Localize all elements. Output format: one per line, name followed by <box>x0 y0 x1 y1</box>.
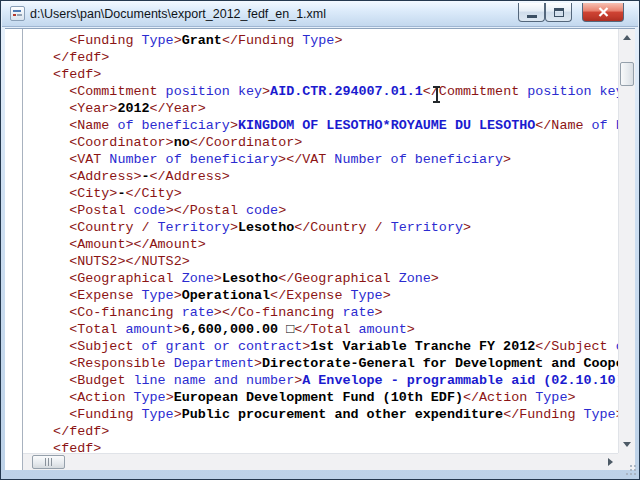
code-line[interactable]: <Country / Territory>Lesotho</Country / … <box>29 219 618 236</box>
window-title: d:\Users\pan\Documents\export_2012_fedf_… <box>30 1 326 27</box>
scroll-right-icon[interactable] <box>608 458 613 466</box>
code-line[interactable]: <City>-</City> <box>29 185 618 202</box>
vertical-scrollbar-thumb[interactable] <box>620 62 634 86</box>
scroll-down-icon[interactable] <box>623 442 631 447</box>
code-line[interactable]: <Total amount>6,600,000.00 □</Total amou… <box>29 321 618 338</box>
horizontal-scrollbar-thumb[interactable] <box>32 455 65 469</box>
code-line[interactable]: <Co-financing rate></Co-financing rate> <box>29 304 618 321</box>
scroll-up-icon[interactable] <box>623 35 631 40</box>
left-margin-gutter <box>5 29 23 470</box>
code-line[interactable]: <VAT Number of beneficiary></VAT Number … <box>29 151 618 168</box>
code-area[interactable]: <Funding Type>Grant</Funding Type> </fed… <box>24 29 618 453</box>
window-titlebar[interactable]: d:\Users\pan\Documents\export_2012_fedf_… <box>2 1 638 27</box>
close-button[interactable] <box>582 3 624 22</box>
minimize-button[interactable] <box>518 3 545 22</box>
thumb-grip-icon <box>45 458 46 466</box>
code-line[interactable]: <Action Type>European Development Fund (… <box>29 389 618 406</box>
code-line[interactable]: <Responsible Department>Directorate-Gene… <box>29 355 618 372</box>
code-line[interactable]: <Budget line name and number>A Envelope … <box>29 372 618 389</box>
minimize-icon <box>527 15 537 18</box>
app-window: d:\Users\pan\Documents\export_2012_fedf_… <box>0 0 640 480</box>
code-line[interactable]: </fedf> <box>29 423 618 440</box>
app-icon <box>10 6 25 21</box>
editor-client-area: <Funding Type>Grant</Funding Type> </fed… <box>5 28 635 470</box>
code-line[interactable]: <Amount></Amount> <box>29 236 618 253</box>
code-line[interactable]: </fedf> <box>29 49 618 66</box>
code-line[interactable]: <Commitment position key>AID.CTR.294007.… <box>29 83 618 100</box>
code-line[interactable]: <Expense Type>Operational</Expense Type> <box>29 287 618 304</box>
code-line[interactable]: <NUTS2></NUTS2> <box>29 253 618 270</box>
code-line[interactable]: <Geographical Zone>Lesotho</Geographical… <box>29 270 618 287</box>
code-line[interactable]: <fedf> <box>29 440 618 453</box>
horizontal-scrollbar[interactable] <box>23 453 618 470</box>
scrollbar-corner <box>618 453 635 470</box>
close-icon <box>598 7 609 17</box>
code-line[interactable]: <fedf> <box>29 66 618 83</box>
code-line[interactable]: <Coordinator>no</Coordinator> <box>29 134 618 151</box>
code-line[interactable]: <Name of beneficiary>KINGDOM OF LESOTHO*… <box>29 117 618 134</box>
vertical-scrollbar[interactable] <box>618 29 635 453</box>
code-line[interactable]: <Year>2012</Year> <box>29 100 618 117</box>
code-line[interactable]: <Postal code></Postal code> <box>29 202 618 219</box>
code-line[interactable]: <Funding Type>Public procurement and oth… <box>29 406 618 423</box>
code-line[interactable]: <Funding Type>Grant</Funding Type> <box>29 32 618 49</box>
maximize-button[interactable] <box>545 3 572 22</box>
resize-grip-icon[interactable] <box>630 465 632 467</box>
maximize-icon <box>554 8 564 17</box>
code-line[interactable]: <Address>-</Address> <box>29 168 618 185</box>
code-line[interactable]: <Subject of grant or contract>1st Variab… <box>29 338 618 355</box>
